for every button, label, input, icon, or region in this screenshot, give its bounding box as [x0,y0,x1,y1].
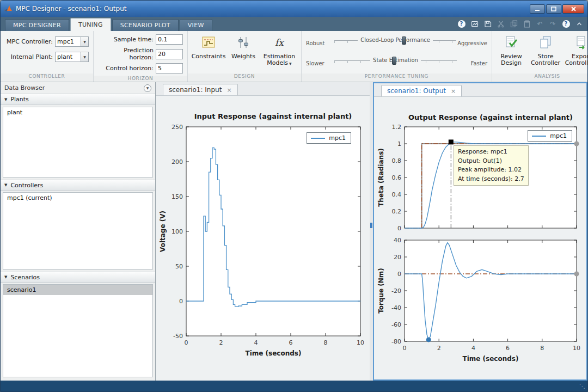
paste-icon [523,20,531,28]
horizon-section: Sample time: Prediction horizon: Control… [94,31,188,82]
svg-text:8: 8 [540,345,544,352]
svg-text:200: 200 [171,158,183,166]
slider-right-label: Aggressive [457,40,487,46]
svg-text:4: 4 [471,345,475,352]
mpc-controller-label: MPC Controller: [5,38,53,45]
save-icon[interactable] [483,20,492,28]
help-icon[interactable]: ? [457,20,465,28]
slider-handle[interactable] [402,36,406,45]
weights-icon [236,35,250,53]
list-item-plant[interactable]: plant [3,107,152,118]
store-controller-button[interactable]: Store Controller [529,34,562,74]
svg-text:20: 20 [394,254,401,261]
svg-text:Time (seconds): Time (seconds) [245,350,301,357]
splitter-handle[interactable] [370,223,372,228]
performance-tuning-section: Robust Closed-Loop Performance Aggressiv… [302,31,492,82]
analysis-section: Review Design Store Controller Export Co… [492,31,588,82]
prediction-horizon-label: Prediction horizon: [98,47,154,61]
mpc-controller-dropdown[interactable]: mpc1 ▼ [55,36,89,47]
svg-text:0.8: 0.8 [392,157,402,164]
maximize-button[interactable] [546,4,561,14]
review-design-button[interactable]: Review Design [495,34,527,74]
closed-loop-performance-slider[interactable]: Closed-Loop Performance [333,33,457,53]
output-chart-legend[interactable]: mpc1 [528,130,572,142]
tab-scenario1-output[interactable]: scenario1: Output × [381,85,462,96]
svg-text:150: 150 [171,193,183,200]
svg-text:1.2: 1.2 [392,124,402,131]
tab-view[interactable]: VIEW [180,19,212,31]
review-design-icon [504,35,518,53]
store-controller-icon [538,35,553,53]
input-document-panel: scenario1: Input × Input Response (again… [156,82,370,381]
svg-text:1: 1 [397,140,401,148]
svg-text:Theta (Radians): Theta (Radians) [377,148,385,207]
horizon-section-label: HORIZON [94,76,187,82]
minimize-button[interactable] [530,4,545,14]
list-item-scenario1[interactable]: scenario1 [3,285,152,295]
design-section-label: DESIGN [188,74,301,82]
scenarios-section-header[interactable]: ▼ Scenarios [1,272,155,283]
svg-text:-80: -80 [391,338,401,345]
input-chart-title: Input Response (against internal plant) [156,112,370,120]
collapse-triangle-icon: ▼ [4,275,7,279]
svg-text:0.2: 0.2 [392,208,402,215]
prediction-horizon-field[interactable] [156,49,183,59]
data-tip[interactable]: Response: mpc1 Output: Out(1) Peak ampli… [454,145,529,186]
svg-text:-60: -60 [391,321,401,328]
chevron-down-icon[interactable]: ▼ [81,52,88,62]
plants-section-header[interactable]: ▼ Plants [1,94,155,105]
close-button[interactable] [562,4,584,14]
help-circle-icon[interactable]: ? [562,20,570,28]
output-torque-chart[interactable]: 0246810-80-60-40-2002040Time (seconds)To… [376,237,586,366]
plants-section-title: Plants [10,96,28,103]
controllers-section-header[interactable]: ▼ Controllers [1,180,155,191]
scenarios-section-title: Scenarios [10,274,40,281]
tab-tuning[interactable]: TUNING [70,18,111,31]
close-icon[interactable]: × [226,87,231,93]
svg-text:2: 2 [219,339,223,346]
output-theta-chart[interactable]: 00.20.40.60.811.2Theta (Radians) mpc1 Re… [376,122,586,232]
plot-snapshot-icon[interactable] [470,20,479,28]
svg-text:2: 2 [437,345,441,352]
state-estimation-slider[interactable]: State Estimation [333,53,458,74]
resize-grip[interactable]: ⋱ [579,383,585,389]
list-item-mpc1[interactable]: mpc1 (current) [3,193,152,203]
legend-line-sample [532,136,546,137]
input-chart-legend[interactable]: mpc1 [307,132,351,144]
datatip-output-line: Output: Out(1) [458,157,524,166]
svg-text:0: 0 [397,271,401,278]
tab-scenario1-input[interactable]: scenario1: Input × [163,84,238,95]
svg-text:6: 6 [289,339,293,346]
constraints-button[interactable]: Constraints [191,34,226,62]
internal-plant-dropdown[interactable]: plant ▼ [55,52,89,62]
cut-icon [497,20,505,28]
data-browser-menu-icon[interactable]: ▼ [144,84,151,92]
legend-label: mpc1 [329,134,346,142]
slider-handle[interactable] [392,57,396,65]
weights-button-label: Weights [231,53,255,60]
sample-time-field[interactable] [156,34,183,45]
tab-scenario-plot[interactable]: SCENARIO PLOT [112,19,179,31]
svg-text:4: 4 [254,339,258,346]
estimation-models-button[interactable]: fx Estimation Models▼ [261,34,298,69]
svg-text:50: 50 [175,263,183,270]
export-controller-button[interactable]: Export Controller▼ [564,34,588,74]
internal-plant-label: Internal Plant: [5,53,53,60]
svg-text:0: 0 [397,225,401,232]
sample-time-label: Sample time: [98,36,154,43]
input-tab-bar: scenario1: Input × [156,82,370,96]
close-icon[interactable]: × [451,88,456,94]
chevron-down-icon: ▼ [289,62,292,65]
controllers-list: mpc1 (current) [3,192,153,270]
weights-button[interactable]: Weights [228,34,259,62]
collapse-toolstrip-icon[interactable] [575,20,583,28]
panel-splitter[interactable] [370,82,373,381]
input-response-chart[interactable]: 0246810-50050100150200250Time (seconds)V… [158,122,370,361]
internal-plant-value: plant [56,53,81,60]
control-horizon-field[interactable] [156,63,183,74]
tab-mpc-designer[interactable]: MPC DESIGNER [5,19,69,31]
title-bar[interactable]: MPC Designer - scenario1: Output [1,1,587,17]
svg-text:0.4: 0.4 [392,191,402,198]
chevron-down-icon[interactable]: ▼ [81,37,88,46]
store-controller-label-2: Controller [531,60,560,67]
